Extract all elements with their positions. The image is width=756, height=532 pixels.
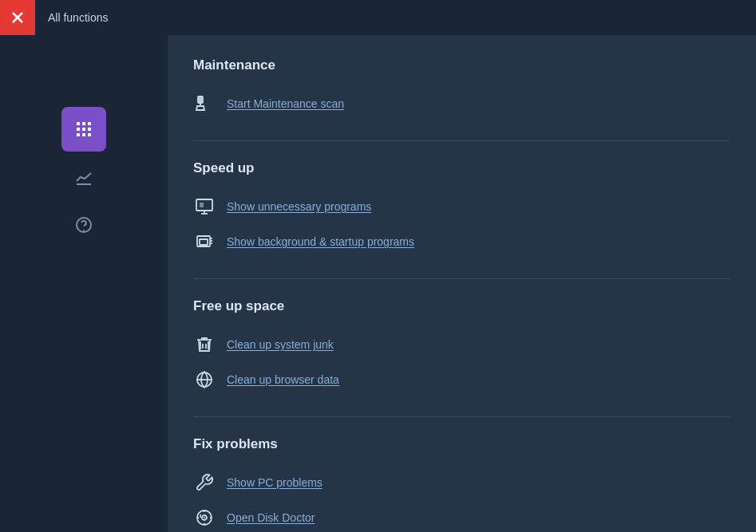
section-free-up-space-title: Free up space — [193, 298, 730, 314]
menu-item-show-pc-problems[interactable]: Show PC problems — [193, 465, 730, 500]
menu-item-open-disk-doctor[interactable]: Open Disk Doctor — [193, 500, 730, 532]
svg-rect-21 — [196, 199, 212, 211]
section-maintenance-title: Maintenance — [193, 57, 730, 73]
svg-point-13 — [83, 230, 85, 231]
sidebar-nav — [0, 107, 168, 247]
show-background-startup-label: Show background & startup programs — [227, 235, 414, 248]
svg-rect-9 — [82, 133, 85, 136]
section-free-up-space: Free up space Clean up system junk — [193, 298, 730, 397]
sidebar-item-help[interactable] — [61, 203, 106, 247]
svg-rect-10 — [88, 133, 91, 136]
divider-1 — [193, 140, 730, 141]
trash-icon — [193, 333, 216, 356]
show-unnecessary-programs-label: Show unnecessary programs — [227, 200, 371, 213]
wrench-icon — [193, 471, 216, 494]
menu-item-start-maintenance-scan[interactable]: Start Maintenance scan — [193, 86, 730, 121]
cleanup-system-junk-label: Clean up system junk — [227, 338, 334, 351]
close-button[interactable] — [0, 0, 35, 35]
section-fix-problems-title: Fix problems — [193, 436, 730, 452]
section-speed-up-title: Speed up — [193, 160, 730, 176]
help-icon — [74, 215, 93, 234]
broom-icon — [193, 93, 216, 115]
section-maintenance: Maintenance Start Maintenance scan — [193, 57, 730, 121]
topbar: All functions — [0, 0, 756, 35]
globe-icon — [193, 368, 216, 391]
section-fix-problems: Fix problems Show PC problems Op — [193, 436, 730, 532]
topbar-title: All functions — [48, 11, 108, 24]
sidebar-item-dashboard[interactable] — [61, 107, 106, 152]
divider-2 — [193, 278, 730, 279]
menu-item-show-background-startup[interactable]: Show background & startup programs — [193, 224, 730, 259]
section-speed-up: Speed up Show unnecessary programs — [193, 160, 730, 259]
monitor-icon — [193, 195, 216, 218]
menu-item-cleanup-system-junk[interactable]: Clean up system junk — [193, 327, 730, 362]
svg-rect-5 — [77, 128, 80, 131]
cleanup-browser-data-label: Clean up browser data — [227, 373, 339, 386]
window-icon — [193, 231, 216, 253]
svg-rect-3 — [82, 122, 85, 125]
svg-rect-7 — [88, 128, 91, 131]
divider-3 — [193, 416, 730, 417]
menu-item-cleanup-browser-data[interactable]: Clean up browser data — [193, 362, 730, 397]
svg-point-35 — [204, 517, 205, 518]
svg-rect-2 — [77, 122, 80, 125]
grid-icon — [74, 120, 93, 139]
functions-panel: Maintenance Start Maintenance scan Speed… — [168, 35, 756, 532]
open-disk-doctor-label: Open Disk Doctor — [227, 511, 315, 524]
start-maintenance-scan-label: Start Maintenance scan — [227, 97, 344, 110]
svg-rect-26 — [200, 239, 208, 245]
svg-rect-8 — [77, 133, 80, 136]
sidebar: a Avast Cleanup Premium — [0, 0, 168, 532]
chart-icon — [74, 167, 93, 187]
sidebar-item-statistics[interactable] — [61, 155, 106, 199]
disk-icon — [193, 506, 216, 529]
show-pc-problems-label: Show PC problems — [227, 476, 323, 489]
svg-rect-24 — [200, 203, 204, 207]
svg-rect-6 — [82, 128, 85, 131]
close-icon — [12, 12, 23, 23]
svg-rect-4 — [88, 122, 91, 125]
menu-item-show-unnecessary-programs[interactable]: Show unnecessary programs — [193, 189, 730, 224]
